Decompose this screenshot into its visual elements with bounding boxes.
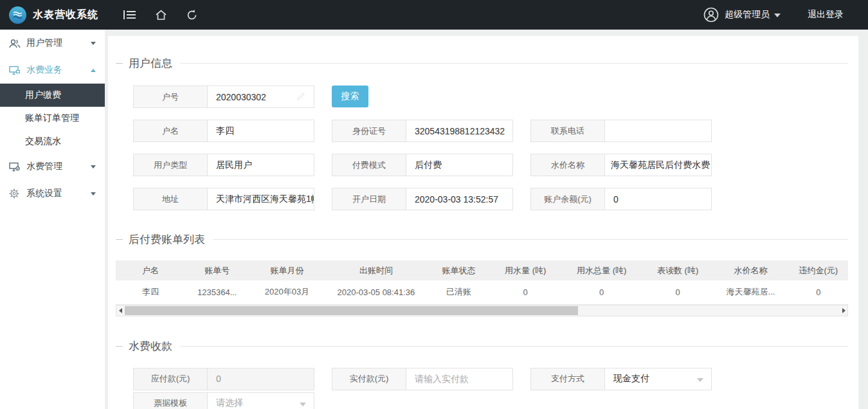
id-number-label: 身份证号 [332, 120, 406, 141]
avatar-icon[interactable] [703, 7, 719, 23]
account-no-input[interactable] [216, 92, 307, 102]
sidebar-item-water-fee-management[interactable]: 水费管理 [0, 153, 105, 180]
cell: 0 [643, 280, 712, 304]
sidebar-item-label: 用户管理 [26, 37, 91, 49]
user-type-label: 用户类型 [134, 154, 208, 176]
user-info-section-title: 用户信息 [129, 56, 172, 71]
user-name: 超级管理员 [725, 9, 770, 21]
balance-label: 账户余额(元) [531, 188, 605, 210]
account-name-value[interactable]: 李四 [208, 120, 314, 141]
sidebar-subitem-bill-order-management[interactable]: 账单订单管理 [0, 107, 105, 130]
receipt-template-field: 票据模板 请选择 [133, 392, 314, 409]
address-value[interactable]: 天津市河西区海天馨苑1幢1单元 [208, 188, 314, 210]
section-line [180, 346, 848, 347]
phone-value[interactable] [605, 120, 711, 141]
price-name-value[interactable]: 海天馨苑居民后付费水费 [605, 154, 711, 176]
pay-method-select[interactable]: 现金支付 [605, 368, 711, 390]
id-number-value[interactable]: 320543198812123432 [406, 120, 512, 141]
sidebar-item-system-settings[interactable]: 系统设置 [0, 180, 105, 207]
bill-table-header-row: 户名 账单号 账单月份 出账时间 账单状态 用水量 (吨) 用水总量 (吨) 表… [116, 260, 848, 280]
users-icon [9, 38, 21, 48]
section-dash [116, 63, 123, 64]
payment-section-header: 水费收款 [116, 339, 848, 354]
cell: 海天馨苑居... [712, 280, 788, 304]
monitor-icon [9, 65, 21, 75]
chevron-down-icon [697, 378, 703, 382]
account-no-field: 户号 [133, 86, 314, 108]
user-menu[interactable]: 超级管理员 [725, 9, 781, 21]
bill-table: 户名 账单号 账单月份 出账时间 账单状态 用水量 (吨) 用水总量 (吨) 表… [116, 260, 848, 305]
content-card: 用户信息 户号 搜索 户名 李四 [108, 36, 858, 409]
refresh-icon[interactable] [185, 8, 199, 22]
col-header: 出账时间 [325, 260, 427, 280]
section-line [180, 63, 848, 64]
cell: 李四 [116, 280, 185, 304]
user-type-field: 用户类型 居民用户 [133, 154, 314, 176]
cell: 0 [560, 280, 643, 304]
top-header-bar: 水表营收系统 [0, 0, 868, 30]
sidebar-item-user-management[interactable]: 用户管理 [0, 30, 105, 57]
scroll-left-icon[interactable] [116, 305, 124, 316]
logout-button[interactable]: 退出登录 [808, 9, 844, 21]
account-name-label: 户名 [134, 120, 208, 141]
sidebar: 用户管理 水费业务 用户缴费 账单订单管理 交易流水 水费管理 [0, 30, 105, 409]
caret-down-icon [774, 14, 781, 17]
col-header: 账单月份 [249, 260, 325, 280]
edit-pencil-icon [296, 92, 305, 101]
bill-list-section-header: 后付费账单列表 [116, 232, 848, 247]
pay-method-label: 支付方式 [531, 368, 605, 390]
monitor-gear-icon [9, 161, 21, 172]
scrollbar-thumb[interactable] [125, 306, 578, 315]
water-logo-icon [9, 6, 26, 24]
payment-section-title: 水费收款 [129, 339, 172, 354]
col-header: 表读数 (吨) [643, 260, 712, 280]
phone-field: 联系电话 [530, 120, 712, 142]
sidebar-item-label: 水费管理 [26, 161, 91, 172]
receipt-template-label: 票据模板 [134, 393, 208, 409]
cell: 0 [491, 280, 560, 304]
sidebar-subitem-transaction-flow[interactable]: 交易流水 [0, 130, 105, 153]
chevron-down-icon [300, 403, 306, 406]
balance-value[interactable]: 0 [605, 188, 711, 210]
open-date-value[interactable]: 2020-03-03 13:52:57 [406, 188, 512, 210]
sidebar-toggle-icon[interactable] [123, 8, 137, 22]
col-header: 账单号 [185, 260, 249, 280]
paid-field: 实付款(元) [332, 368, 513, 390]
address-field: 地址 天津市河西区海天馨苑1幢1单元 [133, 188, 314, 210]
main-area: 用户信息 户号 搜索 户名 李四 [105, 30, 868, 409]
col-header: 违约金(元) [789, 260, 848, 280]
address-label: 地址 [134, 188, 208, 210]
paid-label: 实付款(元) [332, 368, 406, 390]
cell: 0 [789, 280, 848, 304]
chevron-down-icon [91, 165, 96, 168]
scroll-right-icon[interactable] [840, 305, 847, 316]
bill-list-section-title: 后付费账单列表 [129, 232, 205, 247]
balance-field: 账户余额(元) 0 [530, 188, 712, 210]
search-button[interactable]: 搜索 [332, 86, 368, 107]
open-date-field: 开户日期 2020-03-03 13:52:57 [332, 188, 513, 210]
id-number-field: 身份证号 320543198812123432 [332, 120, 513, 142]
section-dash [116, 239, 123, 240]
chevron-down-icon [91, 42, 96, 45]
pay-method-field: 支付方式 现金支付 [530, 368, 712, 390]
pay-mode-value[interactable]: 后付费 [406, 154, 512, 176]
horizontal-scrollbar[interactable] [116, 305, 848, 316]
receipt-template-select[interactable]: 请选择 [208, 393, 314, 409]
pay-method-value: 现金支付 [613, 373, 649, 385]
sidebar-subitem-user-payment[interactable]: 用户缴费 [0, 84, 105, 107]
pay-mode-field: 付费模式 后付费 [332, 154, 513, 176]
paid-input[interactable] [415, 374, 506, 384]
app-title: 水表营收系统 [33, 8, 98, 22]
section-line [213, 239, 848, 240]
user-info-section-header: 用户信息 [116, 56, 848, 71]
home-icon[interactable] [154, 8, 168, 22]
table-row[interactable]: 李四 1235364... 2020年03月 2020-03-05 08:41:… [116, 280, 848, 304]
sidebar-item-water-fee-business[interactable]: 水费业务 [0, 57, 105, 84]
cell: 2020-03-05 08:41:36 [325, 280, 427, 304]
account-name-field: 户名 李四 [133, 120, 314, 142]
user-type-value[interactable]: 居民用户 [208, 154, 314, 176]
chevron-up-icon [91, 69, 96, 72]
cell: 2020年03月 [249, 280, 325, 304]
phone-label: 联系电话 [531, 120, 605, 141]
sidebar-item-label: 系统设置 [26, 188, 91, 199]
